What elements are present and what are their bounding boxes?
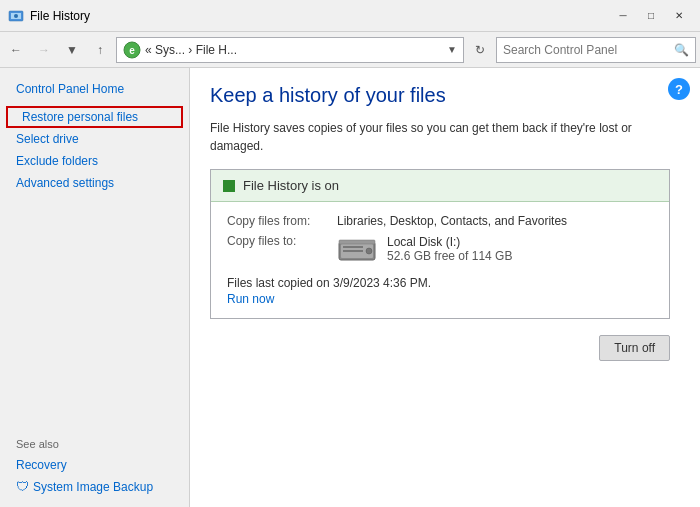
sidebar-spacer [0,194,189,430]
address-bar: ← → ▼ ↑ e « Sys... › File H... ▼ ↻ 🔍 [0,32,700,68]
search-icon: 🔍 [674,43,689,57]
forward-button[interactable]: → [32,38,56,62]
copy-from-value: Libraries, Desktop, Contacts, and Favori… [337,214,567,228]
sidebar-item-restore-personal-files[interactable]: Restore personal files [6,106,183,128]
svg-rect-9 [343,250,363,252]
svg-point-10 [366,248,372,254]
page-title: Keep a history of your files [210,84,680,107]
disk-icon [337,234,377,264]
up-button[interactable]: ↑ [88,38,112,62]
path-dropdown-icon: ▼ [447,44,457,55]
description-text: File History saves copies of your files … [210,119,650,155]
window-controls: ─ □ ✕ [610,4,692,28]
search-input[interactable] [503,43,674,57]
refresh-button[interactable]: ↻ [468,38,492,62]
shield-icon: 🛡 [16,479,29,494]
copy-to-value: Local Disk (I:) 52.6 GB free of 114 GB [337,234,512,268]
run-now-link[interactable]: Run now [227,292,653,306]
action-row: Turn off [210,335,670,361]
path-text: « Sys... › File H... [145,43,237,57]
see-also-label: See also [0,430,189,454]
hdd-svg [337,234,377,264]
last-copied-text: Files last copied on 3/9/2023 4:36 PM. [227,276,653,290]
sidebar-item-control-panel-home[interactable]: Control Panel Home [0,78,189,100]
status-details: Copy files from: Libraries, Desktop, Con… [211,202,669,318]
sidebar-item-select-drive[interactable]: Select drive [0,128,189,150]
svg-point-2 [14,14,18,18]
svg-rect-8 [343,246,363,248]
disk-size: 52.6 GB free of 114 GB [387,249,512,263]
back-button[interactable]: ← [4,38,28,62]
status-header-text: File History is on [243,178,339,193]
sidebar-item-recovery[interactable]: Recovery [0,454,189,476]
sidebar-item-system-image-backup[interactable]: 🛡 System Image Backup [0,476,189,497]
sidebar: Control Panel Home Restore personal file… [0,68,190,507]
content-area: ? Keep a history of your files File Hist… [190,68,700,507]
path-icon: e [123,41,141,59]
turn-off-button[interactable]: Turn off [599,335,670,361]
close-button[interactable]: ✕ [666,4,692,28]
title-bar: File History ─ □ ✕ [0,0,700,32]
address-path-box[interactable]: e « Sys... › File H... ▼ [116,37,464,63]
copy-from-row: Copy files from: Libraries, Desktop, Con… [227,214,653,228]
status-header: File History is on [211,170,669,202]
status-indicator [223,180,235,192]
disk-row: Local Disk (I:) 52.6 GB free of 114 GB [337,234,512,264]
sidebar-item-advanced-settings[interactable]: Advanced settings [0,172,189,194]
dropdown-button[interactable]: ▼ [60,38,84,62]
main-layout: Control Panel Home Restore personal file… [0,68,700,507]
help-button[interactable]: ? [668,78,690,100]
copy-from-label: Copy files from: [227,214,337,228]
svg-rect-7 [339,240,375,244]
copy-to-row: Copy files to: [227,234,653,268]
search-box: 🔍 [496,37,696,63]
minimize-button[interactable]: ─ [610,4,636,28]
window-title: File History [30,9,610,23]
disk-name: Local Disk (I:) [387,235,512,249]
svg-text:e: e [129,45,135,56]
disk-info: Local Disk (I:) 52.6 GB free of 114 GB [387,235,512,263]
sidebar-item-exclude-folders[interactable]: Exclude folders [0,150,189,172]
status-box: File History is on Copy files from: Libr… [210,169,670,319]
maximize-button[interactable]: □ [638,4,664,28]
copy-to-label: Copy files to: [227,234,337,268]
app-icon [8,8,24,24]
